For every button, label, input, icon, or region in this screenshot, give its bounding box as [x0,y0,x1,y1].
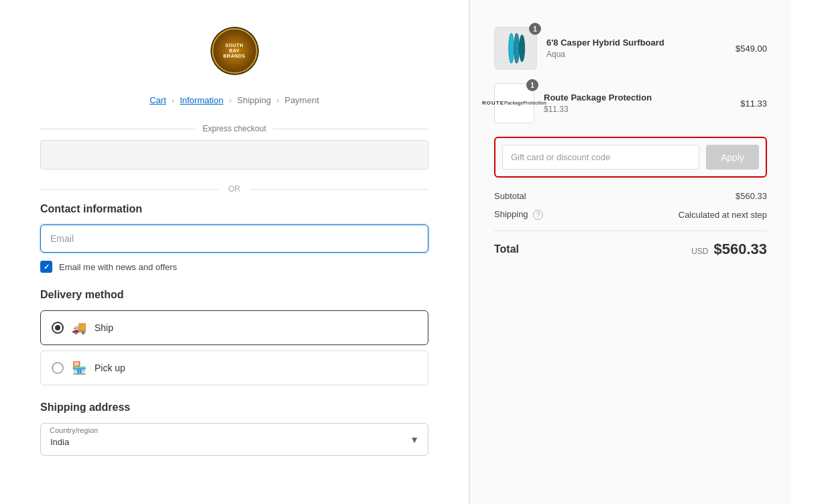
item-name-surfboard: 6'8 Casper Hybrid Surfboard [546,38,726,48]
newsletter-row: Email me with news and offers [40,261,428,273]
summary-divider [494,231,767,231]
surfboard-icon [502,29,529,67]
delivery-section-title: Delivery method [40,289,428,301]
subtotal-value: $560.33 [735,191,767,201]
item-name-route: Route Package Protection [544,92,731,103]
radio-pickup [52,362,64,374]
order-summary-panel: 1 6'8 Casper Hybrid Surfboard Aqua $549.… [469,0,791,504]
order-item-surfboard: 1 6'8 Casper Hybrid Surfboard Aqua $549.… [494,27,767,70]
item-variant-surfboard: Aqua [546,50,726,59]
brand-logo: SOUTH BAY BRANDS [211,27,259,75]
breadcrumb-sep-1: › [172,95,174,105]
country-select-wrapper: India United States United Kingdom Count… [40,423,428,456]
contact-section-title: Contact information [40,203,428,215]
shipping-value: Calculated at next step [679,210,767,220]
breadcrumb-sep-2: › [229,95,231,105]
country-label: Country/region [50,426,98,434]
total-currency: USD [691,247,708,256]
breadcrumb-shipping: Shipping [237,95,272,105]
contact-section: Contact information Email me with news a… [40,203,428,273]
delivery-section: Delivery method 🚚 Ship 🏪 Pick up [40,289,428,385]
delivery-option-ship[interactable]: 🚚 Ship [40,310,428,345]
item-badge-surfboard: 1 [529,23,541,35]
shipping-line: Shipping ? Calculated at next step [494,209,767,220]
item-image-wrapper-surfboard: 1 [494,27,537,70]
discount-code-section: Apply [494,137,767,178]
subtotal-line: Subtotal $560.33 [494,191,767,201]
svg-point-2 [520,35,525,62]
express-checkout-label: Express checkout [40,124,428,133]
newsletter-checkbox[interactable] [40,261,52,273]
item-price-route: $11.33 [740,99,767,109]
order-item-route: 1 ROUTE Package Protection Route Package… [494,83,767,123]
or-divider: OR [40,184,428,194]
radio-ship [52,322,64,334]
newsletter-label: Email me with news and offers [59,262,177,272]
item-image-wrapper-route: 1 ROUTE Package Protection [494,83,534,123]
express-checkout-button[interactable] [40,140,428,170]
express-checkout-section: Express checkout [40,124,428,171]
shipping-label: Shipping ? [494,209,543,220]
ship-label: Ship [95,322,113,333]
item-details-surfboard: 6'8 Casper Hybrid Surfboard Aqua [546,38,726,59]
checkout-left-panel: SOUTH BAY BRANDS Cart › Information › Sh… [0,0,469,504]
svg-point-1 [514,34,520,64]
subtotal-label: Subtotal [494,191,526,201]
discount-code-input[interactable] [502,145,699,170]
shipping-address-title: Shipping address [40,401,428,414]
pickup-label: Pick up [95,363,125,373]
svg-point-0 [509,34,514,64]
ship-icon: 🚚 [72,320,86,335]
pickup-icon: 🏪 [72,361,86,375]
total-label: Total [494,243,519,255]
total-amount: $560.33 [713,241,767,258]
item-badge-route: 1 [526,79,538,91]
item-details-route: Route Package Protection $11.33 [544,92,731,114]
breadcrumb-cart[interactable]: Cart [150,95,166,105]
item-variant-route: $11.33 [544,105,731,114]
email-input[interactable] [40,225,428,253]
breadcrumb-information[interactable]: Information [180,95,223,105]
delivery-option-pickup[interactable]: 🏪 Pick up [40,351,428,385]
apply-discount-button[interactable]: Apply [706,145,759,170]
shipping-help-icon[interactable]: ? [533,210,543,220]
total-line: Total USD $560.33 [494,241,767,258]
logo-container: SOUTH BAY BRANDS [40,27,428,75]
shipping-address-section: Shipping address India United States Uni… [40,401,428,456]
total-right: USD $560.33 [691,241,767,258]
breadcrumb-payment: Payment [284,95,318,105]
country-select[interactable]: India United States United Kingdom [40,423,428,456]
item-price-surfboard: $549.00 [735,44,767,54]
breadcrumb: Cart › Information › Shipping › Payment [40,95,428,105]
breadcrumb-sep-3: › [276,95,279,105]
